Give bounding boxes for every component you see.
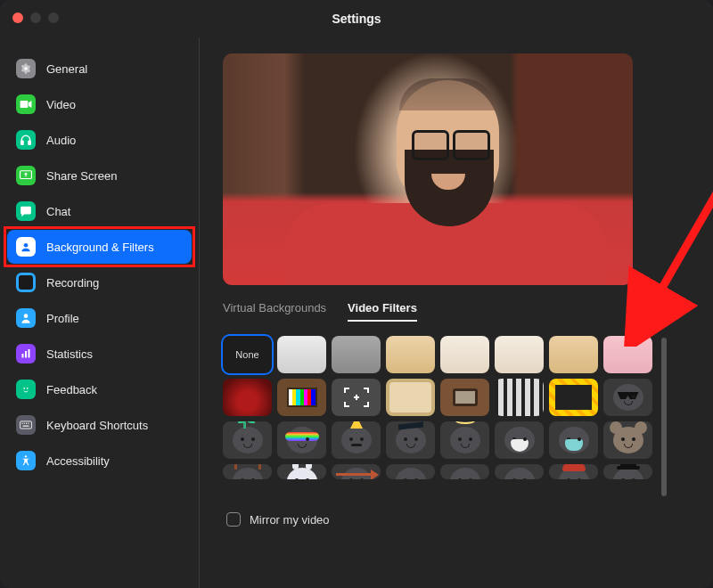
- gear-icon: [16, 59, 36, 78]
- svg-point-6: [24, 314, 29, 318]
- filter-tile-retro-tv[interactable]: [440, 379, 489, 416]
- filter-grid: None: [223, 336, 652, 502]
- svg-rect-10: [20, 384, 31, 395]
- headphones-icon: [16, 130, 36, 150]
- filter-tile-tint[interactable]: [277, 336, 326, 373]
- filter-tile-tv-bars[interactable]: [277, 379, 326, 416]
- sidebar: General Video Audio Share Screen: [0, 37, 200, 588]
- camera-icon: [16, 94, 36, 114]
- filter-tile-halo[interactable]: [440, 421, 489, 459]
- filter-tile-antlers[interactable]: [223, 464, 272, 479]
- sidebar-item-general[interactable]: General: [7, 52, 192, 86]
- svg-rect-9: [29, 349, 30, 358]
- filter-tile-party-hat[interactable]: [332, 421, 381, 459]
- video-preview: [223, 53, 633, 285]
- sidebar-item-label: Profile: [46, 312, 79, 325]
- sidebar-item-label: Video: [46, 98, 76, 111]
- tab-video-filters[interactable]: Video Filters: [348, 301, 417, 322]
- filter-tile-rainbow[interactable]: [277, 421, 326, 459]
- mirror-video-row[interactable]: Mirror my video: [226, 512, 697, 527]
- person-frame-icon: [16, 237, 36, 257]
- filter-tile-crop[interactable]: [332, 379, 381, 416]
- sidebar-item-background-filters[interactable]: Background & Filters: [7, 230, 192, 264]
- filter-tile-tint[interactable]: [549, 336, 598, 373]
- sidebar-item-audio[interactable]: Audio: [7, 123, 192, 157]
- sidebar-item-label: Background & Filters: [46, 241, 154, 254]
- keyboard-icon: [16, 415, 36, 435]
- filter-tile-theater[interactable]: [223, 379, 272, 416]
- svg-rect-18: [23, 426, 29, 427]
- filter-tile-frame[interactable]: [386, 379, 435, 416]
- minimize-icon[interactable]: [30, 12, 41, 23]
- sidebar-item-chat[interactable]: Chat: [7, 194, 192, 228]
- filter-tile-tint[interactable]: [440, 336, 489, 373]
- svg-point-5: [24, 243, 29, 248]
- filter-tile-top-hat[interactable]: [603, 464, 652, 479]
- filter-tile-grad-cap[interactable]: [386, 421, 435, 459]
- sidebar-item-keyboard-shortcuts[interactable]: Keyboard Shortcuts: [7, 408, 192, 442]
- tab-virtual-backgrounds[interactable]: Virtual Backgrounds: [223, 301, 326, 322]
- sidebar-item-label: Feedback: [46, 383, 97, 396]
- sidebar-item-profile[interactable]: Profile: [7, 301, 192, 335]
- chat-icon: [16, 201, 36, 221]
- filters-panel: None: [223, 336, 697, 502]
- maximize-icon[interactable]: [48, 12, 59, 23]
- svg-rect-8: [25, 351, 27, 358]
- filter-tile-n95-mask[interactable]: [495, 421, 544, 459]
- svg-rect-16: [26, 423, 27, 424]
- svg-rect-14: [21, 423, 22, 424]
- sidebar-item-label: General: [46, 62, 87, 76]
- filter-tile-bunny-ears[interactable]: [277, 464, 326, 479]
- filter-tile-film-strip[interactable]: [495, 379, 544, 416]
- filter-tile[interactable]: [386, 464, 435, 479]
- sidebar-item-statistics[interactable]: Statistics: [7, 337, 192, 371]
- filter-tile-tint[interactable]: [386, 336, 435, 373]
- person-icon: [16, 308, 36, 328]
- svg-rect-3: [29, 141, 30, 144]
- mirror-video-checkbox[interactable]: [226, 512, 241, 527]
- filter-tile[interactable]: [495, 464, 544, 479]
- filter-scrollbar[interactable]: [661, 338, 667, 496]
- close-icon[interactable]: [12, 12, 23, 23]
- filter-tile-tint[interactable]: [495, 336, 544, 373]
- svg-point-12: [27, 388, 29, 389]
- filter-tile-arrow-head[interactable]: [332, 464, 381, 479]
- window-body: General Video Audio Share Screen: [0, 37, 713, 588]
- filter-tile-sunglasses[interactable]: [603, 379, 652, 416]
- sidebar-item-label: Share Screen: [46, 169, 118, 183]
- filter-tabs: Virtual Backgrounds Video Filters: [223, 301, 697, 322]
- filter-tile-mouse-ears[interactable]: [603, 421, 652, 459]
- sidebar-item-label: Audio: [46, 134, 76, 147]
- sidebar-item-label: Statistics: [46, 347, 93, 361]
- filter-tile-emoji-border[interactable]: [549, 379, 598, 416]
- filter-tile-beret[interactable]: [549, 464, 598, 479]
- sidebar-item-label: Keyboard Shortcuts: [46, 419, 148, 432]
- filter-tile-tint[interactable]: [603, 336, 652, 373]
- sidebar-item-feedback[interactable]: Feedback: [7, 372, 192, 406]
- sidebar-item-share-screen[interactable]: Share Screen: [7, 159, 192, 192]
- sidebar-item-video[interactable]: Video: [7, 87, 192, 121]
- window-controls: [12, 12, 59, 23]
- settings-window: Settings General Video Audio: [0, 0, 713, 588]
- svg-rect-1: [20, 101, 29, 108]
- filter-tile-none[interactable]: None: [223, 336, 272, 373]
- share-screen-icon: [16, 166, 36, 185]
- filter-tile[interactable]: [440, 464, 489, 479]
- svg-point-19: [25, 455, 27, 457]
- sidebar-item-label: Chat: [46, 205, 70, 218]
- sidebar-item-recording[interactable]: Recording: [7, 265, 192, 299]
- svg-point-11: [23, 388, 25, 389]
- svg-rect-2: [21, 141, 23, 144]
- mirror-video-label: Mirror my video: [250, 513, 330, 527]
- main-panel: Virtual Backgrounds Video Filters None: [200, 37, 713, 588]
- smile-icon: [16, 380, 36, 399]
- filter-tile-surgical-mask[interactable]: [549, 421, 598, 459]
- bar-chart-icon: [16, 344, 36, 363]
- filter-tile-sprout[interactable]: [223, 421, 272, 459]
- titlebar: Settings: [0, 0, 713, 37]
- svg-line-20: [652, 97, 713, 306]
- sidebar-item-label: Accessibility: [46, 454, 110, 468]
- window-title: Settings: [332, 12, 381, 26]
- filter-tile-tint[interactable]: [332, 336, 381, 373]
- sidebar-item-accessibility[interactable]: Accessibility: [7, 444, 192, 478]
